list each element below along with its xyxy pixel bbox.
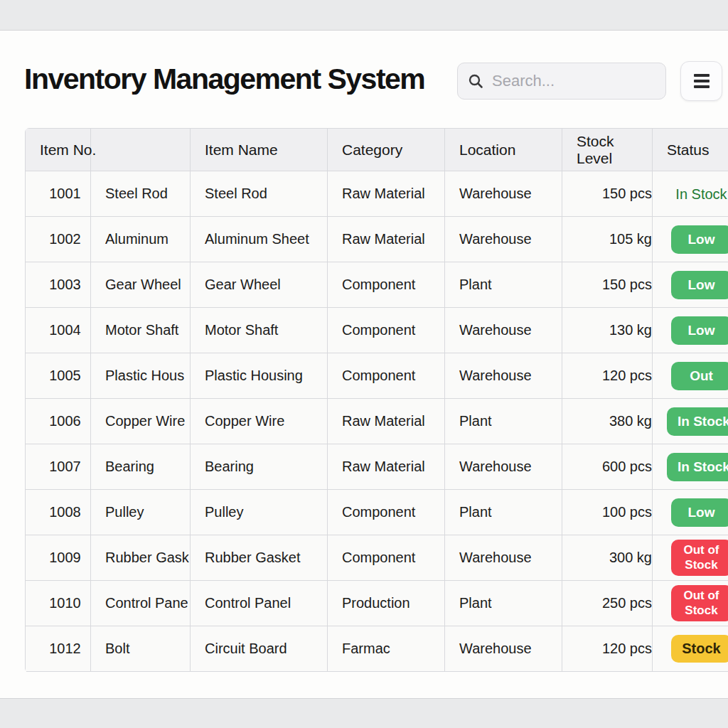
cell-category: Component	[328, 353, 445, 399]
cell-location: Warehouse	[445, 217, 562, 262]
cell-short-name: Bolt	[91, 626, 191, 672]
table-row[interactable]: 1001 Steel Rod Steel Rod Raw Material Wa…	[26, 171, 728, 217]
cell-status: In Stock	[653, 444, 728, 490]
cell-status: Out of Stock	[653, 581, 728, 626]
cell-item-name: Gear Wheel	[191, 262, 328, 308]
cell-category: Raw Material	[328, 399, 445, 444]
cell-location: Warehouse	[445, 626, 562, 672]
cell-stock-level: 150 pcs	[562, 171, 653, 217]
cell-location: Plant	[445, 399, 562, 444]
cell-short-name: Aluminum	[91, 217, 191, 262]
col-header-item-name[interactable]: Item Name	[191, 129, 328, 171]
table-row[interactable]: 1007 Bearing Bearing Raw Material Wareho…	[26, 444, 728, 490]
cell-stock-level: 380 kg	[562, 399, 653, 444]
cell-category: Component	[328, 308, 445, 353]
cell-stock-level: 120 pcs	[562, 353, 653, 399]
status-badge: In Stock	[667, 453, 728, 481]
cell-item-name: Rubber Gasket	[191, 535, 328, 581]
cell-item-name: Copper Wire	[191, 399, 328, 444]
cell-stock-level: 120 pcs	[562, 626, 653, 672]
cell-item-no: 1005	[26, 353, 91, 399]
cell-stock-level: 600 pcs	[562, 444, 653, 490]
cell-short-name: Motor Shaft	[91, 308, 191, 353]
cell-category: Component	[328, 490, 445, 535]
cell-category: Raw Material	[328, 217, 445, 262]
cell-location: Warehouse	[445, 535, 562, 581]
cell-status: Low	[653, 490, 728, 535]
cell-category: Production	[328, 581, 445, 626]
cell-item-no: 1002	[26, 217, 91, 262]
cell-status: Low	[653, 262, 728, 308]
magnifier-icon	[468, 73, 483, 89]
cell-item-no: 1007	[26, 444, 91, 490]
cell-short-name: Bearing	[91, 444, 191, 490]
cell-short-name: Gear Wheel	[91, 262, 191, 308]
cell-item-no: 1006	[26, 399, 91, 444]
status-badge: Low	[671, 498, 728, 527]
cell-category: Raw Material	[328, 171, 445, 217]
cell-short-name: Pulley	[91, 490, 191, 535]
cell-item-name: Motor Shaft	[191, 308, 328, 353]
col-header-status[interactable]: Status	[653, 129, 728, 171]
cell-stock-level: 300 kg	[562, 535, 653, 581]
table-row[interactable]: 1002 Aluminum Aluminum Sheet Raw Materia…	[26, 217, 728, 262]
status-badge: Low	[671, 271, 728, 299]
top-chrome-strip	[0, 0, 728, 31]
cell-item-no: 1003	[26, 262, 91, 308]
cell-status: Low	[653, 308, 728, 353]
cell-short-name: Plastic Hous	[91, 353, 191, 399]
table-header-row: Item No. Item Name Category Location Sto…	[26, 129, 728, 171]
status-badge: In Stock	[667, 407, 728, 436]
col-header-location[interactable]: Location	[445, 129, 562, 171]
table-row[interactable]: 1005 Plastic Hous Plastic Housing Compon…	[26, 353, 728, 399]
cell-item-name: Circuit Board	[191, 626, 328, 672]
page-title: Inventory Management System	[24, 63, 424, 96]
search-input[interactable]	[491, 71, 655, 91]
cell-stock-level: 100 pcs	[562, 490, 653, 535]
status-badge: Out	[671, 362, 728, 390]
table-row[interactable]: 1012 Bolt Circuit Board Farmac Warehouse…	[26, 626, 728, 672]
menu-button[interactable]	[680, 61, 722, 101]
cell-item-name: Bearing	[191, 444, 328, 490]
cell-item-name: Steel Rod	[191, 171, 328, 217]
cell-short-name: Rubber Gask	[91, 535, 191, 581]
cell-item-name: Plastic Housing	[191, 353, 328, 399]
status-badge: Low	[671, 225, 728, 254]
col-header-item-no[interactable]: Item No.	[26, 129, 91, 171]
table-row[interactable]: 1003 Gear Wheel Gear Wheel Component Pla…	[26, 262, 728, 308]
table-row[interactable]: 1008 Pulley Pulley Component Plant 100 p…	[26, 490, 728, 535]
cell-location: Plant	[445, 262, 562, 308]
col-header-stock-level[interactable]: Stock Level	[562, 129, 653, 171]
table-row[interactable]: 1010 Control Pane Control Panel Producti…	[26, 581, 728, 626]
table-row[interactable]: 1004 Motor Shaft Motor Shaft Component W…	[26, 308, 728, 353]
cell-stock-level: 130 kg	[562, 308, 653, 353]
cell-stock-level: 250 pcs	[562, 581, 653, 626]
cell-location: Warehouse	[445, 444, 562, 490]
status-badge: Out of Stock	[671, 540, 728, 576]
cell-status: Low	[653, 217, 728, 262]
table-row[interactable]: 1006 Copper Wire Copper Wire Raw Materia…	[26, 399, 728, 444]
cell-item-no: 1009	[26, 535, 91, 581]
table-row[interactable]: 1009 Rubber Gask Rubber Gasket Component…	[26, 535, 728, 581]
app-window: Inventory Management System Item No.	[0, 0, 728, 728]
cell-status: Out of Stock	[653, 535, 728, 581]
cell-item-no: 1012	[26, 626, 91, 672]
search-box[interactable]	[457, 63, 666, 100]
cell-status: Stock	[653, 626, 728, 672]
cell-category: Farmac	[328, 626, 445, 672]
cell-location: Plant	[445, 490, 562, 535]
cell-location: Warehouse	[445, 353, 562, 399]
cell-item-no: 1004	[26, 308, 91, 353]
cell-status: In Stock	[653, 399, 728, 444]
status-badge: Out of Stock	[671, 585, 728, 621]
status-badge: Stock	[671, 635, 728, 663]
cell-location: Warehouse	[445, 171, 562, 217]
col-header-category[interactable]: Category	[328, 129, 445, 171]
cell-item-no: 1001	[26, 171, 91, 217]
cell-item-no: 1008	[26, 490, 91, 535]
cell-item-name: Pulley	[191, 490, 328, 535]
cell-short-name: Copper Wire	[91, 399, 191, 444]
col-header-blank[interactable]	[91, 129, 191, 171]
cell-category: Component	[328, 535, 445, 581]
cell-short-name: Control Pane	[91, 581, 191, 626]
